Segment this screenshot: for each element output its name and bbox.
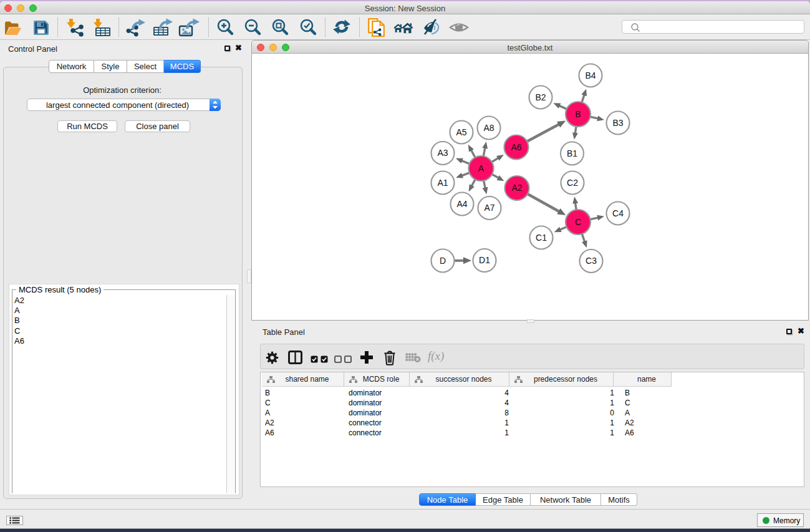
svg-text:A3: A3 [437,148,448,158]
svg-text:C2: C2 [567,178,578,188]
svg-text:A1: A1 [437,178,448,188]
svg-text:A5: A5 [456,127,466,137]
svg-text:D: D [440,256,446,266]
svg-text:B3: B3 [612,118,623,128]
svg-text:A: A [478,163,485,173]
svg-text:A4: A4 [456,199,467,209]
svg-text:B4: B4 [585,70,595,80]
svg-text:B1: B1 [567,148,577,158]
svg-text:B2: B2 [535,92,546,102]
svg-text:A8: A8 [483,123,494,133]
svg-text:C1: C1 [536,233,547,243]
svg-text:A7: A7 [484,203,494,213]
svg-text:B: B [575,109,581,119]
svg-text:A6: A6 [511,142,521,152]
svg-text:C: C [575,217,581,227]
svg-text:D1: D1 [479,255,490,265]
svg-text:C3: C3 [586,256,597,266]
svg-text:C4: C4 [612,208,624,218]
svg-text:A2: A2 [511,183,522,193]
